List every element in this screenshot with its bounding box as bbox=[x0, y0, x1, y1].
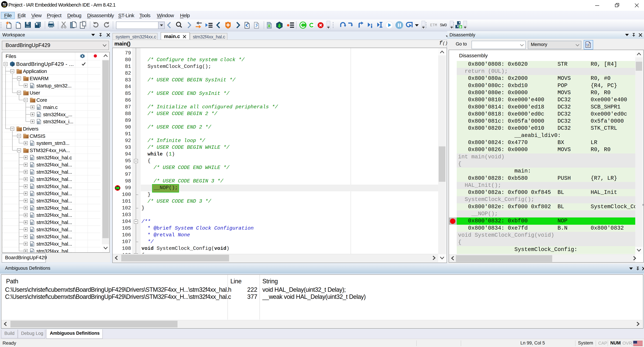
svg-text:main.c: main.c bbox=[43, 104, 58, 110]
svg-text:stm32f4xx_hal...: stm32f4xx_hal... bbox=[36, 205, 72, 211]
svg-text:stm32f4xx_...: stm32f4xx_... bbox=[43, 112, 72, 117]
svg-text:system_stm3...: system_stm3... bbox=[36, 140, 70, 146]
svg-text:SWO: SWO bbox=[440, 23, 447, 28]
svg-text:c: c bbox=[31, 236, 32, 239]
svg-text:stm32f4xx_hal...: stm32f4xx_hal... bbox=[36, 176, 72, 182]
svg-text:stm32f4xx_hal...: stm32f4xx_hal... bbox=[36, 162, 72, 168]
svg-text:stm32f4xx_hal...: stm32f4xx_hal... bbox=[36, 248, 72, 252]
svg-text:stm32f4xx_hal...: stm32f4xx_hal... bbox=[36, 234, 72, 239]
svg-text:Application: Application bbox=[23, 68, 47, 74]
svg-text:stm32f4xx_hal...: stm32f4xx_hal... bbox=[36, 212, 72, 218]
svg-text:ETM: ETM bbox=[430, 23, 437, 28]
svg-text:stm32f4xx_hal...: stm32f4xx_hal... bbox=[36, 184, 72, 189]
svg-text:stm32f4xx_hal...: stm32f4xx_hal... bbox=[36, 198, 72, 204]
svg-text:stm32f4xx_hal...: stm32f4xx_hal... bbox=[36, 169, 72, 175]
svg-text:startup_stm32...: startup_stm32... bbox=[36, 83, 72, 88]
svg-text:EWARM: EWARM bbox=[30, 76, 48, 81]
svg-text:c: c bbox=[31, 222, 32, 224]
svg-text:c: c bbox=[38, 107, 39, 110]
svg-text:stm32f4xx_i...: stm32f4xx_i... bbox=[43, 119, 73, 124]
svg-text:a: a bbox=[31, 85, 33, 88]
svg-text:c: c bbox=[31, 164, 32, 167]
svg-text:c: c bbox=[31, 207, 32, 210]
svg-text:c: c bbox=[31, 250, 32, 252]
svg-text:c: c bbox=[31, 243, 32, 246]
svg-text:CMSIS: CMSIS bbox=[30, 133, 45, 139]
svg-text:Files: Files bbox=[6, 54, 16, 59]
svg-text:c: c bbox=[38, 114, 39, 117]
svg-text:stm32f4xx_hal...: stm32f4xx_hal... bbox=[36, 191, 72, 196]
svg-text:c: c bbox=[31, 171, 32, 174]
svg-text:c: c bbox=[31, 214, 32, 217]
svg-text:c: c bbox=[31, 200, 32, 203]
svg-text:c: c bbox=[31, 186, 32, 189]
svg-text:c: c bbox=[31, 193, 32, 196]
svg-text:c: c bbox=[31, 142, 32, 145]
svg-text:c: c bbox=[31, 229, 32, 232]
svg-text:c: c bbox=[31, 157, 32, 160]
svg-text:STM32F4xx_HA...: STM32F4xx_HA... bbox=[30, 148, 70, 153]
svg-text:c: c bbox=[38, 121, 39, 124]
svg-text:Core: Core bbox=[36, 97, 47, 103]
svg-text:Drivers: Drivers bbox=[23, 126, 38, 132]
svg-text:stm32f4xx_hal...: stm32f4xx_hal... bbox=[36, 220, 72, 225]
svg-text:User: User bbox=[30, 90, 40, 96]
svg-text:stm32f4xx_hal...: stm32f4xx_hal... bbox=[36, 241, 72, 246]
svg-text:c: c bbox=[31, 178, 32, 182]
svg-text:stm32f4xx_hal...: stm32f4xx_hal... bbox=[36, 227, 72, 232]
svg-text:BoardBringUpF429 - ...: BoardBringUpF429 - ... bbox=[16, 61, 74, 67]
svg-text:stm32f4xx_hal.c: stm32f4xx_hal.c bbox=[36, 155, 72, 160]
